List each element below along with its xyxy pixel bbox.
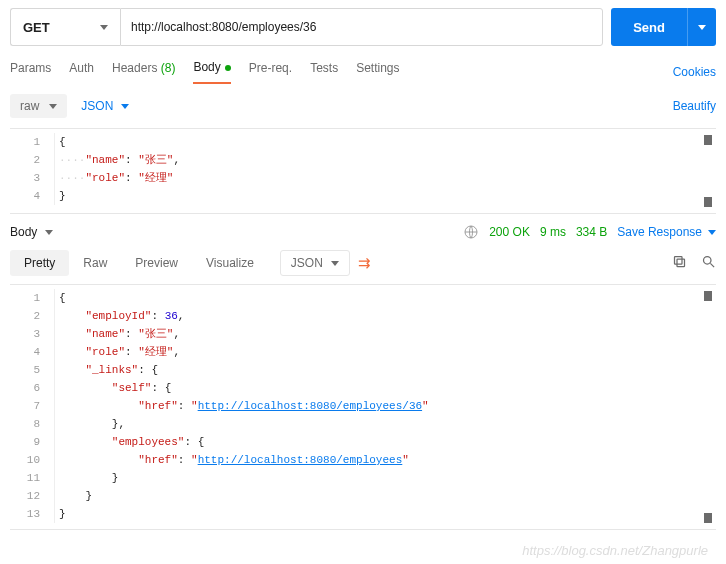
body-raw-select[interactable]: raw bbox=[10, 94, 67, 118]
svg-rect-2 bbox=[675, 257, 683, 265]
scroll-marker bbox=[704, 513, 712, 523]
response-view-tabs: Pretty Raw Preview Visualize JSON ⇉ bbox=[10, 250, 716, 276]
url-input[interactable]: http://localhost:8080/employees/36 bbox=[120, 8, 603, 46]
headers-count: (8) bbox=[161, 61, 176, 75]
chevron-down-icon bbox=[331, 261, 339, 266]
tab-headers[interactable]: Headers (8) bbox=[112, 61, 175, 83]
svg-line-4 bbox=[710, 263, 714, 267]
tab-auth[interactable]: Auth bbox=[69, 61, 94, 83]
chevron-down-icon bbox=[708, 230, 716, 235]
tab-prereq[interactable]: Pre-req. bbox=[249, 61, 292, 83]
tab-settings[interactable]: Settings bbox=[356, 61, 399, 83]
http-method-value: GET bbox=[23, 20, 50, 35]
tab-raw[interactable]: Raw bbox=[69, 250, 121, 276]
tab-params[interactable]: Params bbox=[10, 61, 51, 83]
request-body-editor[interactable]: 1{ 2····"name": "张三", 3····"role": "经理" … bbox=[10, 128, 716, 214]
body-lang-select[interactable]: JSON bbox=[81, 99, 129, 113]
tab-preview[interactable]: Preview bbox=[121, 250, 192, 276]
send-button[interactable]: Send bbox=[611, 8, 716, 46]
response-body-viewer[interactable]: 1{ 2 "employId": 36, 3 "name": "张三", 4 "… bbox=[10, 284, 716, 530]
copy-icon[interactable] bbox=[672, 254, 687, 272]
response-size: 334 B bbox=[576, 225, 607, 239]
response-body-select[interactable]: Body bbox=[10, 225, 53, 239]
request-tabs: Params Auth Headers (8) Body Pre-req. Te… bbox=[10, 60, 716, 84]
beautify-link[interactable]: Beautify bbox=[673, 99, 716, 113]
chevron-down-icon bbox=[45, 230, 53, 235]
status-code: 200 OK bbox=[489, 225, 530, 239]
body-type-bar: raw JSON Beautify bbox=[10, 94, 716, 118]
send-menu-button[interactable] bbox=[687, 8, 716, 46]
svg-rect-1 bbox=[677, 259, 685, 267]
response-lang-select[interactable]: JSON bbox=[280, 250, 350, 276]
tab-visualize[interactable]: Visualize bbox=[192, 250, 268, 276]
scroll-marker bbox=[704, 135, 712, 145]
unsaved-dot-icon bbox=[225, 65, 231, 71]
chevron-down-icon bbox=[698, 25, 706, 30]
request-bar: GET http://localhost:8080/employees/36 S… bbox=[10, 8, 716, 46]
response-meta-bar: Body 200 OK 9 ms 334 B Save Response bbox=[10, 224, 716, 240]
chevron-down-icon bbox=[121, 104, 129, 109]
cookies-link[interactable]: Cookies bbox=[673, 65, 716, 79]
svg-point-3 bbox=[704, 257, 712, 265]
http-method-select[interactable]: GET bbox=[10, 8, 120, 46]
globe-icon[interactable] bbox=[463, 224, 479, 240]
scroll-marker bbox=[704, 291, 712, 301]
chevron-down-icon bbox=[100, 25, 108, 30]
send-button-label: Send bbox=[611, 8, 687, 46]
scroll-marker bbox=[704, 197, 712, 207]
search-icon[interactable] bbox=[701, 254, 716, 272]
save-response-menu[interactable]: Save Response bbox=[617, 225, 716, 239]
tab-tests[interactable]: Tests bbox=[310, 61, 338, 83]
response-time: 9 ms bbox=[540, 225, 566, 239]
tab-pretty[interactable]: Pretty bbox=[10, 250, 69, 276]
wrap-lines-toggle[interactable]: ⇉ bbox=[350, 250, 379, 276]
tab-body[interactable]: Body bbox=[193, 60, 230, 84]
chevron-down-icon bbox=[49, 104, 57, 109]
